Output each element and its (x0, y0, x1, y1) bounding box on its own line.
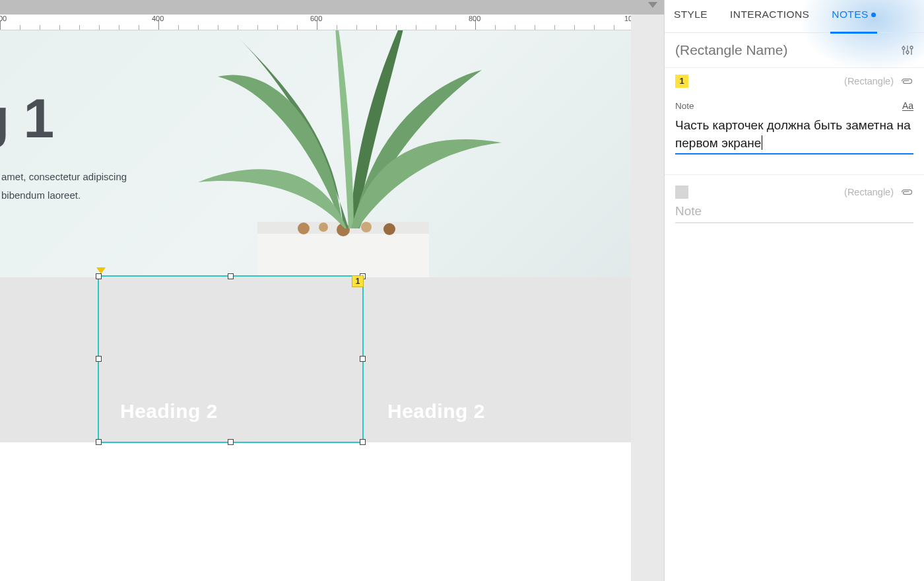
svg-point-10 (906, 51, 909, 53)
bookmark-marker-icon[interactable] (96, 267, 106, 274)
widget-name-input[interactable] (675, 42, 895, 58)
top-toolbar-strip (0, 0, 664, 15)
hero-band: ding 1 amet, consectetur adipiscing bibe… (0, 30, 631, 277)
sliders-icon[interactable] (902, 44, 913, 56)
svg-point-2 (298, 222, 310, 234)
hero-body-text: amet, consectetur adipiscing bibendum la… (1, 168, 127, 205)
attachment-icon[interactable] (900, 77, 913, 85)
note-number-badge[interactable]: 1 (675, 75, 688, 88)
heading-1: ding 1 (0, 86, 53, 151)
inspector-panel: STYLE INTERACTIONS NOTES 1 (Rectangle) (664, 0, 924, 581)
horizontal-ruler[interactable]: 00 400 600 (0, 15, 664, 30)
tab-interactions[interactable]: INTERACTIONS (730, 9, 809, 24)
cards-band: Heading 2 Heading 2 (0, 277, 631, 442)
svg-point-6 (383, 223, 395, 235)
card[interactable]: Heading 2 (366, 277, 630, 442)
section-separator (665, 174, 924, 175)
note-block: 1 (Rectangle) Note Aa Часть карточек дол… (665, 68, 924, 169)
svg-point-12 (910, 46, 913, 49)
widget-name-row (665, 33, 924, 68)
note-field-label: Note (675, 101, 694, 111)
ruler-label: 600 (310, 15, 322, 22)
svg-point-8 (902, 47, 905, 50)
ruler-label: 400 (152, 15, 164, 22)
canvas-empty-area (0, 442, 631, 581)
card-title: Heading 2 (120, 400, 218, 423)
note-type-label: (Rectangle) (844, 76, 894, 86)
inspector-tabs: STYLE INTERACTIONS NOTES (665, 0, 924, 33)
card-title: Heading 2 (387, 400, 485, 423)
plant-image (172, 30, 568, 277)
svg-point-5 (361, 222, 372, 232)
tab-notes[interactable]: NOTES (832, 9, 875, 24)
note-text-input[interactable]: Часть карточек должна быть заметна на пе… (675, 116, 913, 154)
text-caret (762, 135, 762, 150)
dropdown-caret-icon[interactable] (648, 2, 657, 8)
ruler-label: 800 (469, 15, 480, 22)
card[interactable]: Heading 2 (99, 277, 363, 442)
attachment-icon[interactable] (900, 188, 913, 196)
svg-point-3 (319, 222, 328, 232)
ruler-label: 00 (0, 15, 7, 22)
canvas-right-gutter (631, 15, 664, 581)
note-type-label: (Rectangle) (844, 187, 894, 197)
text-style-icon[interactable]: Aa (902, 101, 913, 111)
tab-style[interactable]: STYLE (674, 9, 708, 24)
note-block: (Rectangle) Note (665, 179, 924, 238)
note-number-badge[interactable] (675, 186, 688, 199)
note-text-input[interactable]: Note (675, 204, 913, 223)
notes-indicator-dot (871, 13, 876, 17)
canvas-area[interactable]: 00 400 600 (0, 0, 664, 581)
